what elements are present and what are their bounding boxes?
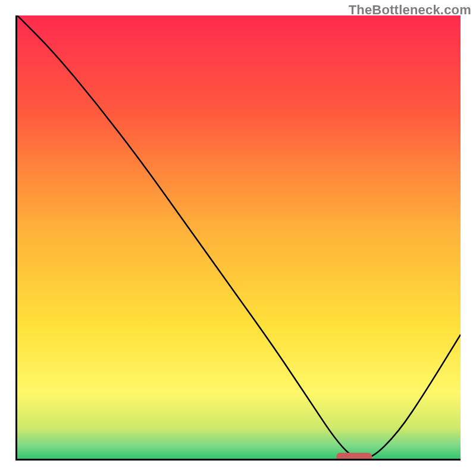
chart-root: TheBottleneck.com [0,0,476,476]
optimal-marker [336,453,372,459]
gradient-background [17,15,461,459]
chart-svg [17,15,461,459]
plot-area [15,15,461,461]
